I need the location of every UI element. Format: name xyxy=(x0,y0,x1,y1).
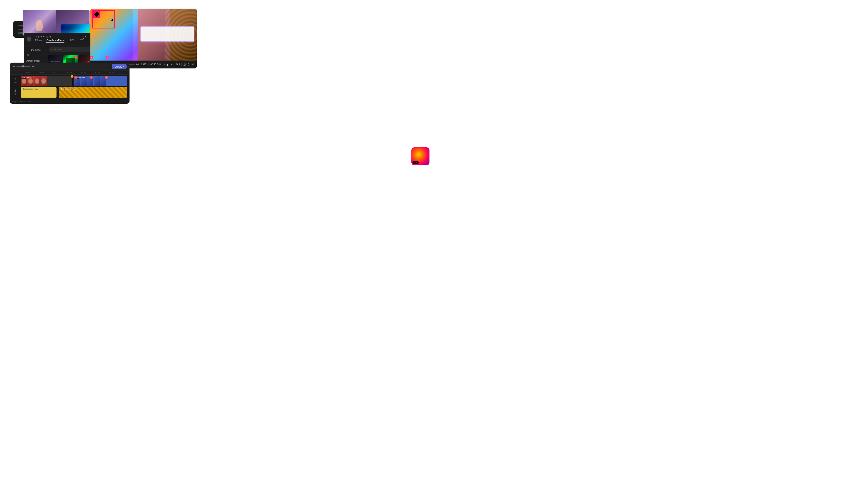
timeline-ruler: 00:28 00:42 01:00 01:28 02:40 03:00 04:2… xyxy=(10,70,129,74)
crown-badge-tp12 xyxy=(105,76,108,79)
track-row-video1: fx·1 Video.mov fx·1 xyxy=(10,76,129,86)
total-time-display: 00:20.345 xyxy=(151,63,161,66)
crown-badge-tp11 xyxy=(90,76,93,79)
fx-label: fx·1 xyxy=(414,162,417,164)
crown-badge-tp10 xyxy=(74,76,78,79)
forward-button[interactable] xyxy=(171,63,173,66)
time-separator: / xyxy=(148,63,149,66)
timeline-header: − + Export xyxy=(10,63,129,70)
tab-luts[interactable]: LUTs xyxy=(68,39,74,43)
zoom-thumb xyxy=(22,65,24,68)
plus-icon xyxy=(28,37,30,41)
thumb-seg-4 xyxy=(40,76,47,86)
rewind-button[interactable] xyxy=(162,63,165,66)
ruler-mark-6: 04:20 xyxy=(104,71,119,73)
crown-badge-tp7 xyxy=(90,56,93,59)
zoom-slider[interactable] xyxy=(17,66,30,67)
lavender-left-image xyxy=(23,10,56,35)
icon-effects xyxy=(40,35,42,38)
track-visibility-icon-bg[interactable] xyxy=(14,93,17,95)
clip-video1-right[interactable]: fx·1 Video.mov xyxy=(74,76,127,86)
track-icons-bg xyxy=(10,90,21,95)
face-thumb-4 xyxy=(41,78,46,84)
fx-corner-badge: fx·1 xyxy=(411,147,430,165)
timeline-panel: − + Export 00:28 00:42 01:00 01:28 02:40… xyxy=(10,63,129,104)
ruler-mark-5: 03:00 xyxy=(91,71,105,73)
clip-label-bg-right: Background.mov xyxy=(61,88,76,90)
icon-text xyxy=(38,35,39,38)
settings-button[interactable] xyxy=(192,63,194,66)
back-arrow-icon: ‹ xyxy=(26,49,27,51)
chevron-down-icon xyxy=(123,65,124,68)
clip-bg-left[interactable]: Background.mov xyxy=(21,87,57,98)
thumb-seg-b4 xyxy=(94,76,100,86)
tab-overlay-effects[interactable]: Overlay effects xyxy=(46,39,64,43)
icon-more xyxy=(53,35,55,38)
zoom-out-button[interactable]: − xyxy=(13,65,15,69)
diamond-accent xyxy=(111,19,114,21)
sidebar-item-all[interactable]: All xyxy=(24,53,46,58)
hand-cursor-icon: ☞ xyxy=(79,33,86,42)
zoom-in-button[interactable]: + xyxy=(32,65,34,69)
search-icon xyxy=(51,48,53,51)
ruler-mark-4: 02:40 xyxy=(76,71,91,73)
aspect-ratio-badge[interactable]: 16:9 xyxy=(175,63,182,66)
track-visibility-icon[interactable] xyxy=(14,82,17,84)
icon-color xyxy=(49,35,52,38)
timeline-tracks: fx·1 Video.mov fx·1 xyxy=(10,74,129,100)
playhead xyxy=(72,76,72,86)
crown-badge-tp8 xyxy=(105,56,109,59)
ruler-mark-2: 01:00 xyxy=(49,71,63,73)
face-thumb-2 xyxy=(28,78,33,84)
main-video-preview: 00:20.345 / 00:20.345 16:9 xyxy=(90,8,197,68)
timeline-zoom-controls: − + xyxy=(13,65,34,69)
breadcrumb[interactable]: ‹ Cinematic xyxy=(24,47,46,53)
play-button[interactable] xyxy=(166,63,169,66)
track-content-bg: Background.mov Background.mov xyxy=(21,87,129,98)
search-placeholder: Search xyxy=(54,48,61,51)
time-display: 00:20.345 xyxy=(136,63,147,66)
project-length-label: Project length: 00:00 xyxy=(12,101,31,103)
icon-time xyxy=(46,35,49,38)
clip-label-video1: Video.mov xyxy=(23,76,32,79)
add-effect-button[interactable] xyxy=(27,37,31,41)
clip-label-bg-left: Background.mov xyxy=(23,88,38,90)
fx-corner-label: fx·1 xyxy=(412,161,418,164)
breadcrumb-label: Cinematic xyxy=(29,48,40,51)
volume-button[interactable] xyxy=(183,63,186,66)
color-overlay xyxy=(133,8,170,61)
crown-badge-tp6 xyxy=(74,56,78,59)
clip-bg-right[interactable]: Background.mov xyxy=(59,87,127,98)
face-thumb-3 xyxy=(35,78,39,84)
diamond-container xyxy=(93,11,100,18)
tab-filters[interactable]: Filters xyxy=(35,39,42,43)
timeline-footer: Project length: 00:00 xyxy=(10,100,129,103)
expand-button[interactable] xyxy=(188,63,190,66)
ruler-mark-0: 00:28 xyxy=(21,71,35,73)
ruler-mark-3: 01:28 xyxy=(63,71,76,73)
thumb-seg-3 xyxy=(34,76,40,86)
clip-video1-left[interactable]: fx·1 Video.mov xyxy=(21,76,72,86)
track-row-bg: Background.mov Background.mov xyxy=(10,87,129,98)
export-button[interactable]: Export xyxy=(112,64,127,69)
icon-transition xyxy=(43,35,45,38)
ruler-mark-1: 00:42 xyxy=(35,71,49,73)
export-label: Export xyxy=(114,65,122,68)
track-mute-icon[interactable] xyxy=(14,78,17,80)
track-lock-icon[interactable] xyxy=(14,90,17,92)
playhead-circle xyxy=(71,75,73,78)
track-icons-video1 xyxy=(10,78,21,84)
icon-music xyxy=(35,35,37,38)
video-frame xyxy=(90,8,197,61)
video-overlay-frame xyxy=(92,10,115,29)
